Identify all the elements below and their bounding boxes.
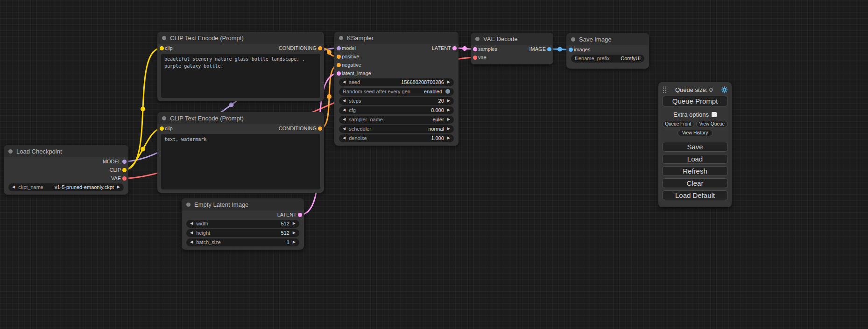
input-port-latent-image[interactable] [337,71,341,76]
node-ksampler[interactable]: KSamplermodelLATENTpositivenegativelaten… [334,32,459,146]
output-port-latent[interactable] [452,46,457,50]
queue-panel: Queue size: 0 Queue Prompt Extra options… [658,82,732,207]
queue-buttons-row: Queue Front View Queue [662,121,728,127]
settings-gear-icon[interactable] [721,86,728,93]
node-clip-text-encode-negative[interactable]: CLIP Text Encode (Prompt)clipCONDITIONIN… [157,112,324,193]
output-port-conditioning[interactable] [318,46,322,50]
increment-arrow[interactable]: ▶ [117,185,120,189]
load-button[interactable]: Load [662,154,728,164]
decrement-arrow[interactable]: ◀ [190,240,193,244]
widget-value: 8.000 [431,107,444,113]
decrement-arrow[interactable]: ◀ [343,108,346,112]
input-port-clip[interactable] [160,46,164,50]
decrement-arrow[interactable]: ◀ [343,136,346,140]
input-port-clip[interactable] [160,126,164,131]
widget-sampler-name[interactable]: ◀sampler_nameeuler▶ [339,116,454,124]
decrement-arrow[interactable]: ◀ [343,127,346,131]
decrement-arrow[interactable]: ◀ [343,80,346,84]
node-empty-latent-image[interactable]: Empty Latent ImageLATENT◀width512▶◀heigh… [182,198,304,250]
increment-arrow[interactable]: ▶ [293,231,296,235]
load-default-button[interactable]: Load Default [662,190,728,200]
widget-denoise[interactable]: ◀denoise1.000▶ [339,134,454,142]
node-save-image[interactable]: Save Imageimagesfilename_prefixComfyUI [566,33,649,69]
input-label: negative [342,62,361,68]
output-port-image[interactable] [547,47,551,51]
output-port-model[interactable] [122,160,127,164]
slot-row: CLIP [4,166,128,174]
output-port-latent[interactable] [298,213,302,217]
widget-height[interactable]: ◀height512▶ [186,229,299,237]
node-titlebar[interactable]: VAE Decode [471,33,553,45]
widget-value: normal [428,126,444,132]
node-title: KSampler [347,35,374,42]
increment-arrow[interactable]: ▶ [293,240,296,244]
node-titlebar[interactable]: Save Image [566,33,649,45]
widget-scheduler[interactable]: ◀schedulernormal▶ [339,125,454,133]
increment-arrow[interactable]: ▶ [447,80,450,84]
queue-size-label: Queue size: 0 [667,86,721,93]
widget-seed[interactable]: ◀seed156680208700286▶ [339,78,454,86]
node-vae-decode[interactable]: VAE DecodesamplesIMAGEvae [471,33,553,64]
output-port-clip[interactable] [122,168,127,172]
node-titlebar[interactable]: Load Checkpoint [4,145,128,157]
drag-handle-icon[interactable] [662,86,667,93]
view-queue-button[interactable]: View Queue [696,121,728,127]
decrement-arrow[interactable]: ◀ [190,231,193,235]
widget-label: ckpt_name [18,184,51,190]
toggle-ball[interactable] [445,89,450,94]
node-status-dot [162,36,166,40]
node-titlebar[interactable]: Empty Latent Image [182,198,304,210]
node-graph-canvas[interactable]: Load CheckpointMODELCLIPVAE◀ckpt_namev1-… [0,0,868,329]
widget-filename-prefix[interactable]: filename_prefixComfyUI [571,55,644,63]
node-titlebar[interactable]: KSampler [334,32,459,44]
widget-cfg[interactable]: ◀cfg8.000▶ [339,106,454,114]
widget-value: 20 [438,98,444,104]
increment-arrow[interactable]: ▶ [447,127,450,131]
node-titlebar[interactable]: CLIP Text Encode (Prompt) [157,32,324,44]
output-port-vae[interactable] [122,176,127,181]
extra-options-checkbox[interactable] [712,112,717,117]
queue-front-button[interactable]: Queue Front [662,121,694,127]
node-load-checkpoint[interactable]: Load CheckpointMODELCLIPVAE◀ckpt_namev1-… [4,145,128,195]
decrement-arrow[interactable]: ◀ [343,118,346,121]
input-label: latent_image [342,70,371,76]
prompt-textarea[interactable]: text, watermark [161,134,320,189]
wire-midpoint-dot [229,103,234,107]
widget-steps[interactable]: ◀steps20▶ [339,97,454,105]
input-port-images[interactable] [569,48,573,52]
prompt-textarea[interactable]: beautiful scenery nature glass bottle la… [161,54,320,98]
wire-midpoint-dot [141,147,145,152]
increment-arrow[interactable]: ▶ [447,108,450,112]
widget-width[interactable]: ◀width512▶ [186,220,299,228]
input-port-negative[interactable] [337,63,341,67]
node-titlebar[interactable]: CLIP Text Encode (Prompt) [157,112,324,124]
input-port-samples[interactable] [473,47,477,51]
save-button[interactable]: Save [662,142,728,152]
input-port-positive[interactable] [337,55,341,59]
input-port-model[interactable] [337,46,341,50]
queue-panel-header: Queue size: 0 [662,85,728,94]
refresh-button[interactable]: Refresh [662,166,728,176]
widget-label: width [196,221,277,226]
node-status-dot [162,116,166,120]
view-history-button[interactable]: View History [677,130,713,136]
extra-options-row: Extra options [662,111,728,118]
wire-midpoint-dot [141,107,145,112]
input-label: model [342,45,356,51]
increment-arrow[interactable]: ▶ [293,222,296,225]
widget-batch-size[interactable]: ◀batch_size1▶ [186,238,299,246]
increment-arrow[interactable]: ▶ [447,136,450,140]
increment-arrow[interactable]: ▶ [447,99,450,103]
decrement-arrow[interactable]: ◀ [12,185,15,189]
node-clip-text-encode-positive[interactable]: CLIP Text Encode (Prompt)clipCONDITIONIN… [157,32,324,101]
increment-arrow[interactable]: ▶ [447,118,450,121]
widget-ckpt-name[interactable]: ◀ckpt_namev1-5-pruned-emaonly.ckpt▶ [8,183,124,191]
decrement-arrow[interactable]: ◀ [343,99,346,103]
clear-button[interactable]: Clear [662,178,728,188]
output-port-conditioning[interactable] [318,126,322,131]
history-row: View History [662,130,728,136]
input-port-vae[interactable] [473,56,477,60]
decrement-arrow[interactable]: ◀ [190,222,193,225]
queue-prompt-button[interactable]: Queue Prompt [662,96,728,106]
widget-random-seed-after-every-gen[interactable]: Random seed after every genenabled [339,88,454,96]
